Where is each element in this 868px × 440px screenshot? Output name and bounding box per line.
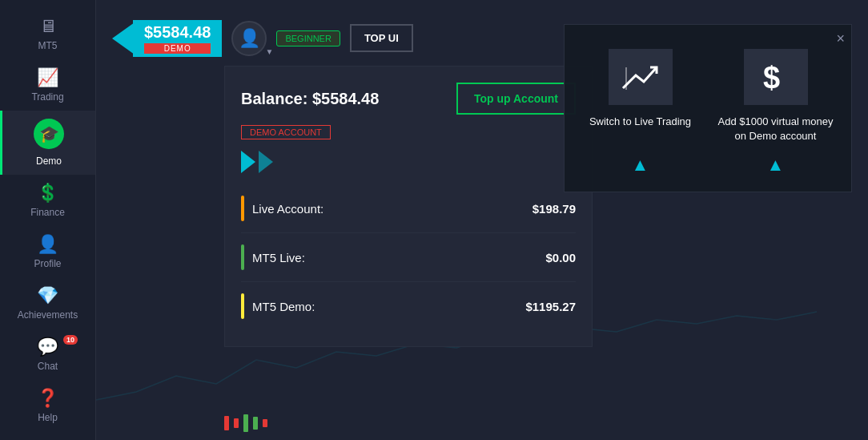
bottom-candles xyxy=(224,414,267,432)
sidebar-item-mt5[interactable]: 🖥 MT5 xyxy=(0,8,95,59)
balance-dropdown-panel: Balance: $5584.48 Top up Account DEMO AC… xyxy=(224,66,593,347)
candle-4 xyxy=(253,417,258,430)
trading-icon: 📈 xyxy=(37,67,58,88)
panel-arrow-1 xyxy=(241,151,273,173)
sidebar-item-finance[interactable]: 💲 Finance xyxy=(0,175,95,226)
row-left-mt5live: MT5 Live: xyxy=(241,244,305,270)
sidebar: 🖥 MT5 📈 Trading 🎓 Demo 💲 Finance 👤 Profi… xyxy=(0,0,96,440)
add-funds-icon: $ xyxy=(744,49,808,105)
candle-2 xyxy=(234,418,239,428)
sidebar-item-profile[interactable]: 👤 Profile xyxy=(0,226,95,277)
demo-account-tag: DEMO ACCOUNT xyxy=(241,125,331,139)
popup-option-add-funds[interactable]: $ Add $1000 virtual money on Demo accoun… xyxy=(716,49,835,143)
live-trading-icon xyxy=(609,49,673,105)
row-left-mt5demo: MT5 Demo: xyxy=(241,293,315,319)
mt5-icon: 🖥 xyxy=(39,16,57,37)
balance-box: $5584.48 DEMO xyxy=(133,20,222,57)
user-avatar[interactable]: 👤 ▼ xyxy=(231,21,267,56)
panel-balance-title: Balance: $5584.48 xyxy=(241,90,379,108)
candle-5 xyxy=(263,419,267,427)
sidebar-item-trading-label: Trading xyxy=(31,91,63,103)
balance-display[interactable]: $5584.48 DEMO xyxy=(112,20,222,57)
sidebar-item-demo[interactable]: 🎓 Demo xyxy=(0,111,95,175)
mt5live-value: $0.00 xyxy=(545,251,576,264)
account-row-mt5demo: MT5 Demo: $1195.27 xyxy=(241,282,576,330)
balance-label: DEMO xyxy=(144,43,211,54)
mt5live-indicator xyxy=(241,244,244,270)
account-rows: Live Account: $198.79 MT5 Live: $0.00 MT… xyxy=(241,184,576,330)
sidebar-item-profile-label: Profile xyxy=(34,258,61,269)
candle-3 xyxy=(243,414,248,432)
profile-icon: 👤 xyxy=(37,234,58,255)
account-row-live: Live Account: $198.79 xyxy=(241,184,576,233)
popup-options: Switch to Live Trading $ Add $1000 virtu… xyxy=(581,41,835,143)
sidebar-item-chat-label: Chat xyxy=(38,361,58,372)
mt5demo-value: $1195.27 xyxy=(525,300,576,313)
panel-arrows xyxy=(241,151,576,173)
panel-header: Balance: $5584.48 Top up Account xyxy=(241,83,576,115)
sidebar-item-help-label: Help xyxy=(38,412,58,423)
live-account-label: Live Account: xyxy=(252,202,323,216)
sidebar-item-demo-label: Demo xyxy=(36,155,62,167)
popup-arrow-2[interactable]: ▲ xyxy=(716,155,835,176)
balance-arrow-left xyxy=(112,22,135,54)
mt5demo-indicator xyxy=(241,293,244,319)
chat-icon: 💬 xyxy=(37,337,58,357)
live-indicator xyxy=(241,196,244,221)
sidebar-item-trading[interactable]: 📈 Trading xyxy=(0,59,95,111)
sidebar-item-finance-label: Finance xyxy=(30,207,65,218)
sidebar-item-mt5-label: MT5 xyxy=(38,40,58,51)
sidebar-item-help[interactable]: ❓ Help xyxy=(0,380,95,431)
up-arrow-2-icon: ▲ xyxy=(767,155,785,176)
live-trading-label: Switch to Live Trading xyxy=(589,115,691,129)
avatar-dropdown-icon: ▼ xyxy=(266,47,274,56)
avatar-icon: 👤 xyxy=(239,28,260,49)
add-funds-label: Add $1000 virtual money on Demo account xyxy=(716,115,835,143)
candle-1 xyxy=(224,416,229,430)
chat-badge: 10 xyxy=(63,335,78,345)
popup-option-live[interactable]: Switch to Live Trading xyxy=(581,49,700,143)
sidebar-item-achievements[interactable]: 💎 Achievements xyxy=(0,277,95,329)
top-up-button[interactable]: Top up Account xyxy=(456,83,576,115)
sidebar-item-achievements-label: Achievements xyxy=(18,309,78,321)
mt5live-label: MT5 Live: xyxy=(252,251,305,264)
sidebar-item-chat[interactable]: 💬 10 Chat xyxy=(0,329,95,380)
main-area: $5584.48 DEMO 👤 ▼ BEGINNER TOP UI Balanc… xyxy=(96,0,868,440)
row-left-live: Live Account: xyxy=(241,196,323,221)
right-popup: × Switch to Live Trading $ xyxy=(564,24,852,192)
popup-arrows: ▲ ▲ xyxy=(581,155,835,176)
achievements-icon: 💎 xyxy=(37,285,58,306)
beginner-badge[interactable]: BEGINNER xyxy=(276,30,340,46)
top-ui-button[interactable]: TOP UI xyxy=(350,24,413,52)
popup-arrow-1[interactable]: ▲ xyxy=(581,155,700,176)
finance-icon: 💲 xyxy=(37,183,58,204)
mt5demo-label: MT5 Demo: xyxy=(252,300,315,313)
balance-amount: $5584.48 xyxy=(144,23,211,42)
account-row-mt5live: MT5 Live: $0.00 xyxy=(241,233,576,282)
up-arrow-1-icon: ▲ xyxy=(632,155,649,176)
svg-text:$: $ xyxy=(763,61,780,95)
close-button[interactable]: × xyxy=(836,31,845,46)
demo-icon: 🎓 xyxy=(34,119,64,149)
live-account-value: $198.79 xyxy=(532,202,576,216)
help-icon: ❓ xyxy=(37,388,58,409)
